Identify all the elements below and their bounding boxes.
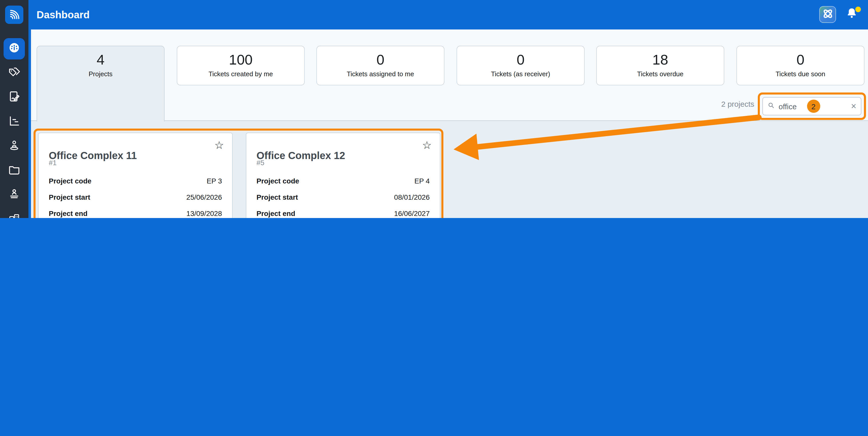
- stat-card-projects[interactable]: 4 Projects: [37, 46, 164, 121]
- atom-x-icon: [821, 7, 834, 22]
- stat-label: Tickets overdue: [637, 70, 684, 78]
- dashboard-gauge-icon: [8, 41, 21, 56]
- stat-label: Tickets (as receiver): [491, 70, 550, 78]
- match-count-badge: 2: [807, 99, 820, 113]
- field-label: Project end: [49, 209, 88, 217]
- stat-value: 100: [229, 52, 252, 67]
- field-value: 13/09/2028: [186, 209, 222, 217]
- buildings-icon: [8, 212, 21, 218]
- tags-icon: [8, 65, 21, 81]
- folder-icon: [8, 163, 21, 178]
- stat-label: Projects: [89, 70, 113, 78]
- sidebar-item-documents[interactable]: [7, 164, 21, 178]
- field-value: EP 3: [207, 177, 222, 185]
- document-sign-icon: [8, 90, 21, 105]
- field-label: Project code: [49, 177, 91, 185]
- search-highlight-box: office 2 ×: [758, 92, 866, 120]
- project-card[interactable]: Office Complex 11 ☆ #1 Project code EP 3…: [38, 133, 232, 218]
- sidebar-item-site-contacts[interactable]: [7, 139, 21, 153]
- sidebar-item-tags[interactable]: [7, 66, 21, 80]
- stat-card-tickets-created[interactable]: 100 Tickets created by me: [177, 46, 305, 85]
- search-query-text: office: [779, 102, 797, 111]
- stat-value: 4: [96, 52, 104, 67]
- stat-card-tickets-assigned[interactable]: 0 Tickets assigned to me: [316, 46, 444, 85]
- project-number: #1: [49, 158, 57, 167]
- stat-card-tickets-overdue[interactable]: 18 Tickets overdue: [596, 46, 724, 85]
- stat-label: Tickets due soon: [776, 70, 825, 78]
- project-title: Office Complex 11: [49, 150, 137, 161]
- sidebar-item-reports[interactable]: [7, 115, 21, 129]
- project-search-input[interactable]: office 2 ×: [762, 97, 861, 115]
- results-count-label: 2 projects: [721, 99, 754, 108]
- sidebar-item-companies[interactable]: [7, 212, 21, 218]
- sidebar: [0, 0, 28, 218]
- person-location-icon: [8, 139, 21, 154]
- page-title: Dashboard: [37, 0, 90, 29]
- project-number: #5: [256, 158, 265, 167]
- sidebar-item-dashboard[interactable]: [7, 42, 21, 56]
- stat-label: Tickets assigned to me: [347, 70, 414, 78]
- field-label: Project code: [256, 177, 299, 185]
- notification-badge-dot: [855, 7, 861, 12]
- search-icon: [768, 101, 775, 111]
- stat-label: Tickets created by me: [209, 70, 273, 78]
- chart-icon: [8, 114, 21, 129]
- stat-value: 0: [376, 52, 384, 67]
- app-logo: [5, 6, 23, 24]
- field-value: 16/06/2027: [394, 209, 430, 217]
- notifications-button[interactable]: [845, 7, 861, 23]
- favorite-star-icon[interactable]: ☆: [422, 139, 432, 151]
- stat-value: 18: [652, 52, 668, 67]
- stat-card-tickets-receiver[interactable]: 0 Tickets (as receiver): [457, 46, 585, 85]
- field-value: 08/01/2026: [394, 193, 430, 201]
- field-label: Project end: [256, 209, 296, 217]
- app-root: Dashboard: [0, 0, 868, 218]
- sidebar-item-sign-document[interactable]: [7, 90, 21, 105]
- field-label: Project start: [49, 193, 90, 201]
- field-value: 25/06/2026: [186, 193, 222, 201]
- stat-value: 0: [517, 52, 524, 67]
- bell-icon: [845, 13, 858, 21]
- field-label: Project start: [256, 193, 298, 201]
- field-value: EP 4: [414, 177, 430, 185]
- stat-value: 0: [796, 52, 804, 67]
- clear-search-icon[interactable]: ×: [851, 101, 856, 111]
- favorite-star-icon[interactable]: ☆: [214, 139, 224, 151]
- stat-card-tickets-due-soon[interactable]: 0 Tickets due soon: [737, 46, 864, 85]
- stamp-icon: [8, 187, 21, 203]
- app-switcher-button[interactable]: [819, 6, 836, 23]
- project-card[interactable]: Office Complex 12 ☆ #5 Project code EP 4…: [246, 133, 440, 218]
- sidebar-item-approvals[interactable]: [7, 188, 21, 202]
- project-title: Office Complex 12: [256, 150, 345, 161]
